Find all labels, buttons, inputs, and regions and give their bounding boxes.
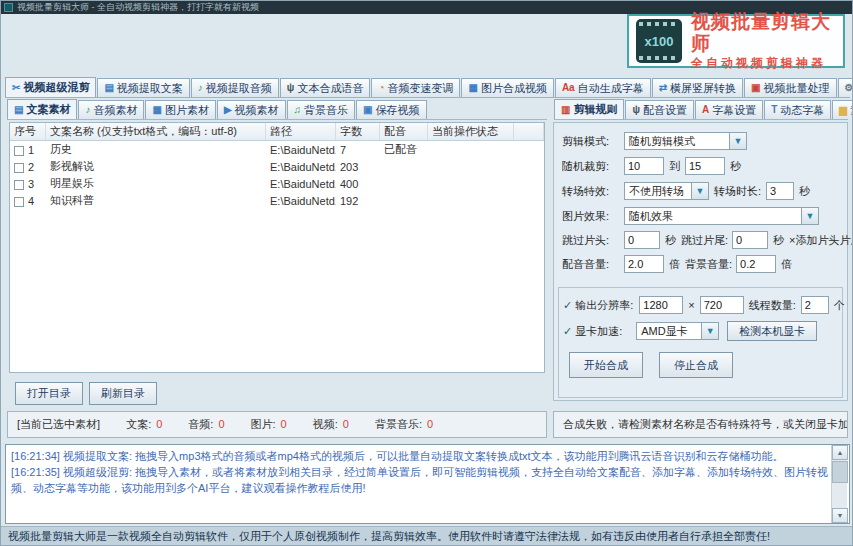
save-video-icon: ▣	[363, 105, 372, 115]
music-note-icon: ♫	[294, 105, 302, 115]
col-header-name[interactable]: 文案名称 (仅支持txt格式，编码：utf-8)	[46, 123, 266, 140]
gear-icon: ⚙	[845, 83, 853, 93]
cell-name: 知识科普	[46, 193, 266, 208]
microphone-icon: ψ	[632, 105, 640, 115]
speaker-icon: ♪	[85, 105, 90, 115]
threads-input[interactable]	[801, 296, 829, 314]
log-line: [16:21:34] 视频提取文案: 拖拽导入mp3格式的音频或者mp4格式的视…	[11, 448, 829, 464]
col-header-wordcount[interactable]: 字数	[336, 123, 380, 140]
cell-path: E:\BaiduNetd...	[266, 178, 336, 190]
resolution-checkbox[interactable]: ✓	[563, 299, 572, 312]
chevron-down-icon[interactable]: ▼	[692, 182, 709, 200]
document-icon: ▤	[104, 83, 113, 93]
clip-rules-panel: 剪辑模式: 随机剪辑模式 ▼ 随机裁剪: 到 秒 转场特效: 不使用转场 ▼ 转…	[553, 122, 848, 401]
row-checkbox[interactable]	[14, 163, 24, 173]
resolution-width-input[interactable]	[639, 296, 683, 314]
tab-video-extract-audio[interactable]: ♪视频提取音频	[191, 78, 279, 97]
skip-tail-input[interactable]	[732, 231, 768, 249]
add-intro-outro-checkbox[interactable]: ×添加片头片尾	[789, 233, 853, 248]
folder-icon: ▆	[839, 105, 847, 115]
tab-save-video[interactable]: ▣保存视频	[356, 100, 426, 119]
image-effect-select[interactable]: 随机效果 ▼	[624, 207, 819, 225]
clip-mode-label: 剪辑模式:	[562, 134, 624, 149]
text-t-icon: T	[771, 105, 777, 115]
tab-video-extract-text[interactable]: ▤视频提取文案	[97, 78, 189, 97]
row-checkbox[interactable]	[14, 146, 24, 156]
log-line: [16:21:35] 视频超级混剪: 拖拽导入素材，或者将素材放到相关目录，经过…	[11, 464, 829, 496]
selected-materials-bar: [当前已选中素材] 文案:0 音频:0 图片:0 视频:0 背景音乐:0	[7, 411, 547, 438]
scroll-up-icon[interactable]: ▲	[832, 445, 848, 460]
tab-image-to-video[interactable]: ▦图片合成视频	[461, 78, 553, 97]
window-title: 视频批量剪辑大师 - 全自动视频剪辑神器，打打字就有新视频	[17, 1, 259, 14]
tab-video-batch-process[interactable]: ▣视频批量处理	[744, 78, 836, 97]
table-row[interactable]: 3 明星娱乐 E:\BaiduNetd... 400	[10, 175, 544, 192]
skip-head-input[interactable]	[624, 231, 660, 249]
image-count: 0	[281, 418, 287, 430]
tab-orientation-convert[interactable]: ⇄横屏竖屏转换	[652, 78, 743, 97]
detect-gpu-button[interactable]: 检测本机显卡	[727, 321, 817, 341]
col-header-index[interactable]: 序号	[10, 123, 46, 140]
stop-compose-button[interactable]: 停止合成	[659, 352, 733, 378]
chevron-down-icon[interactable]: ▼	[730, 132, 747, 150]
random-crop-from-input[interactable]	[624, 157, 664, 175]
resolution-height-input[interactable]	[700, 296, 744, 314]
rotate-screen-icon: ⇄	[659, 83, 667, 93]
scrollbar-thumb[interactable]	[832, 461, 848, 483]
resolution-label: 输出分辨率:	[575, 298, 633, 313]
tab-subtitle-settings[interactable]: A字幕设置	[695, 100, 763, 119]
clip-mode-select[interactable]: 随机剪辑模式 ▼	[624, 132, 747, 150]
col-header-filler	[514, 123, 544, 140]
tab-background-music[interactable]: ♫背景音乐	[287, 100, 356, 119]
refresh-directory-button[interactable]: 刷新目录	[89, 382, 157, 405]
tab-text-to-speech[interactable]: ψ文本合成语音	[280, 78, 371, 97]
table-row[interactable]: 4 知识科普 E:\BaiduNetd... 192	[10, 192, 544, 209]
table-row[interactable]: 2 影视解说 E:\BaiduNetd... 203	[10, 158, 544, 175]
start-compose-button[interactable]: 开始合成	[569, 352, 643, 378]
row-checkbox[interactable]	[14, 197, 24, 207]
tab-image-material[interactable]: ▦图片素材	[145, 100, 215, 119]
tab-clip-rules[interactable]: ▥剪辑规则	[554, 99, 624, 119]
transition-select[interactable]: 不使用转场 ▼	[624, 182, 709, 200]
text-count: 0	[156, 418, 162, 430]
tab-text-material[interactable]: ▤文案素材	[7, 99, 77, 119]
speed-gauge-icon: ◔	[378, 83, 384, 93]
skip-head-label: 跳过片头:	[562, 233, 624, 248]
tab-video-super-mix[interactable]: ✂视频超级混剪	[5, 77, 96, 97]
tab-auto-subtitles[interactable]: Aa自动生成字幕	[555, 78, 651, 97]
tab-software-settings[interactable]: ⚙软件参数设置	[838, 78, 853, 97]
tab-audio-speed-pitch[interactable]: ◔音频变速变调	[371, 78, 460, 97]
logo-subtitle: 全自动视频剪辑神器	[691, 55, 836, 72]
log-scrollbar[interactable]: ▲ ▼	[831, 445, 847, 523]
skip-tail-label: 跳过片尾:	[681, 233, 728, 248]
app-window: 视频批量剪辑大师 - 全自动视频剪辑神器，打打字就有新视频 x100 视频批量剪…	[0, 0, 853, 546]
chevron-down-icon[interactable]: ▼	[702, 322, 719, 340]
tab-dynamic-subtitles[interactable]: T动态字幕	[764, 100, 831, 119]
chevron-down-icon[interactable]: ▼	[802, 207, 819, 225]
cell-voice: 已配音	[380, 142, 428, 157]
col-header-status[interactable]: 当前操作状态	[428, 123, 514, 140]
col-header-path[interactable]: 路径	[266, 123, 336, 140]
gpu-select[interactable]: AMD显卡 ▼	[636, 322, 719, 340]
image-icon: ▦	[468, 83, 477, 93]
tab-voiceover-settings[interactable]: ψ配音设置	[625, 100, 694, 119]
film-icon: ▥	[561, 105, 570, 115]
cell-words: 192	[336, 195, 380, 207]
open-directory-button[interactable]: 打开目录	[15, 382, 83, 405]
tab-material-directory[interactable]: ▆素材目录	[832, 100, 853, 119]
scroll-down-icon[interactable]: ▼	[832, 508, 848, 523]
gpu-checkbox[interactable]: ✓	[563, 325, 572, 338]
tab-audio-material[interactable]: ♪音频素材	[78, 100, 144, 119]
col-header-voiceover[interactable]: 配音	[380, 123, 428, 140]
bgm-count: 0	[427, 418, 433, 430]
cell-path: E:\BaiduNetd...	[266, 144, 336, 156]
log-output: [16:21:34] 视频提取文案: 拖拽导入mp3格式的音频或者mp4格式的视…	[5, 444, 850, 524]
transition-duration-input[interactable]	[766, 182, 794, 200]
play-icon: ▶	[224, 105, 232, 115]
voice-volume-input[interactable]	[624, 255, 664, 273]
random-crop-to-input[interactable]	[685, 157, 725, 175]
bg-volume-input[interactable]	[736, 255, 776, 273]
table-row[interactable]: 1 历史 E:\BaiduNetd... 7 已配音	[10, 141, 544, 158]
text-material-table[interactable]: 序号 文案名称 (仅支持txt格式，编码：utf-8) 路径 字数 配音 当前操…	[9, 122, 545, 373]
row-checkbox[interactable]	[14, 180, 24, 190]
tab-video-material[interactable]: ▶视频素材	[217, 100, 286, 119]
